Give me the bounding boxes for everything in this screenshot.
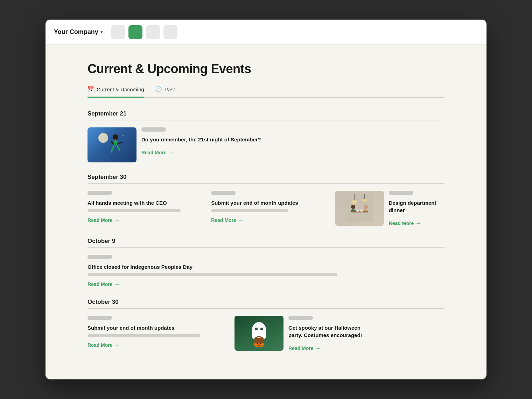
event-tag-oct30-e1: [88, 316, 112, 320]
arrow-icon-sep21: →: [168, 149, 174, 156]
company-name-label: Your Company: [54, 28, 98, 36]
nav-icon-btn-4[interactable]: [163, 25, 177, 39]
event-oct30-e2: Get spooky at our Halloween party. Costu…: [234, 316, 368, 351]
svg-rect-20: [254, 338, 264, 343]
date-heading-sep30: September 30: [88, 174, 444, 181]
svg-point-10: [351, 205, 355, 209]
event-image-sep21: ✦ ·: [88, 127, 136, 162]
event-content-oct9: Office closed for Indegenous Peoples Day…: [88, 255, 444, 287]
nav-icon-btn-3[interactable]: [146, 25, 160, 39]
dancer-illustration: ✦ ·: [98, 131, 126, 159]
event-tag-sep30-e1: [88, 191, 112, 195]
event-tag-sep30-e3: [389, 191, 413, 195]
event-content-oct30-e2: Get spooky at our Halloween party. Costu…: [288, 316, 368, 351]
event-tag-oct30-e2: [288, 316, 313, 320]
event-title-sep30-e1: All hands meeting with the CEO: [88, 199, 197, 206]
tab-past-label: Past: [164, 86, 175, 92]
svg-point-8: [362, 199, 367, 202]
date-heading-oct9: October 9: [88, 238, 444, 245]
svg-rect-4: [345, 194, 373, 222]
date-divider-sep21: [88, 120, 444, 120]
events-tabs: 📅 Current & Upcoming 🕐 Past: [88, 86, 444, 98]
event-content-sep30-e2: Submit your end of month updates Read Mo…: [211, 191, 321, 226]
event-content-sep21: Do you remember, the 21st night of Septe…: [141, 127, 444, 156]
company-selector[interactable]: Your Company ▾: [54, 28, 103, 36]
read-more-sep30-e3[interactable]: Read More →: [389, 220, 421, 226]
event-title-oct9: Office closed for Indegenous Peoples Day: [88, 263, 444, 271]
main-content: Current & Upcoming Events 📅 Current & Up…: [46, 45, 486, 379]
event-meta-sep30-e2: [211, 209, 288, 212]
event-image-halloween: [234, 316, 284, 351]
event-content-oct30-e1: Submit your end of month updates Read Mo…: [88, 316, 220, 351]
event-content-sep30-e3: Design department dinner Read More →: [389, 191, 444, 226]
chevron-down-icon: ▾: [100, 30, 103, 35]
event-sep30-e1: All hands meeting with the CEO Read More…: [88, 191, 197, 226]
event-title-sep30-e3: Design department dinner: [389, 199, 444, 214]
nav-icon-btn-1[interactable]: [111, 25, 125, 39]
read-more-oct30-e2[interactable]: Read More →: [288, 345, 321, 351]
events-row-oct30: Submit your end of month updates Read Mo…: [88, 316, 444, 351]
svg-point-11: [364, 205, 368, 209]
svg-point-6: [351, 200, 357, 204]
svg-point-12: [356, 209, 359, 212]
clock-icon: 🕐: [155, 86, 162, 92]
arrow-icon-sep30-e3: →: [415, 220, 421, 226]
date-divider-oct9: [88, 247, 444, 248]
event-tag-sep21: [141, 127, 166, 132]
event-tag-oct9: [88, 255, 112, 259]
svg-text:·: ·: [108, 133, 109, 135]
section-sep21: September 21 ✦: [88, 110, 444, 162]
event-sep30-e3: Design department dinner Read More →: [335, 191, 444, 226]
svg-rect-9: [351, 211, 368, 212]
svg-point-13: [360, 209, 363, 212]
event-oct9-e1: Office closed for Indegenous Peoples Day…: [88, 255, 444, 287]
nav-icon-btn-2[interactable]: [128, 25, 142, 39]
calendar-icon: 📅: [88, 86, 94, 92]
date-heading-sep21: September 21: [88, 110, 444, 117]
event-tag-sep30-e2: [211, 191, 236, 195]
section-sep30: September 30 All hands meeting with the …: [88, 174, 444, 226]
event-meta-oct30-e1: [88, 334, 201, 337]
svg-point-16: [255, 328, 258, 330]
halloween-illustration: [247, 319, 271, 347]
header: Your Company ▾: [46, 20, 486, 45]
app-window: Your Company ▾ Current & Upcoming Events…: [46, 20, 486, 379]
tab-current-label: Current & Upcoming: [97, 86, 144, 92]
arrow-icon-oct30-e2: →: [315, 345, 321, 351]
read-more-sep30-e2[interactable]: Read More →: [211, 217, 244, 223]
events-row-sep30: All hands meeting with the CEO Read More…: [88, 191, 444, 226]
read-more-sep30-e1[interactable]: Read More →: [88, 217, 120, 223]
page-title: Current & Upcoming Events: [88, 62, 444, 76]
tab-past[interactable]: 🕐 Past: [155, 86, 175, 98]
date-heading-oct30: October 30: [88, 299, 444, 306]
arrow-icon-oct9: →: [114, 281, 120, 287]
arrow-icon-sep30-e1: →: [114, 217, 120, 223]
event-meta-sep30-e1: [88, 209, 181, 212]
section-oct30: October 30 Submit your end of month upda…: [88, 299, 444, 351]
event-meta-oct9: [88, 273, 337, 276]
svg-text:✦: ✦: [122, 134, 124, 137]
dinner-illustration: [345, 194, 373, 222]
svg-point-1: [113, 134, 118, 140]
tab-current-upcoming[interactable]: 📅 Current & Upcoming: [88, 86, 144, 98]
event-title-oct30-e1: Submit your end of month updates: [88, 324, 220, 331]
event-image-dinner: [335, 191, 384, 226]
event-sep21-e1: ✦ · Do you remember, the 21st night of S…: [88, 127, 444, 162]
date-divider-oct30: [88, 308, 444, 309]
read-more-oct9[interactable]: Read More →: [88, 281, 120, 287]
svg-point-17: [260, 328, 263, 330]
event-content-sep30-e1: All hands meeting with the CEO Read More…: [88, 191, 197, 226]
read-more-oct30-e1[interactable]: Read More →: [88, 342, 120, 348]
event-title-sep30-e2: Submit your end of month updates: [211, 199, 321, 206]
read-more-sep21[interactable]: Read More →: [141, 149, 174, 156]
section-oct9: October 9 Office closed for Indegenous P…: [88, 238, 444, 287]
arrow-icon-oct30-e1: →: [114, 342, 120, 348]
event-title-sep21: Do you remember, the 21st night of Septe…: [141, 136, 444, 143]
nav-icons-group: [111, 25, 177, 39]
event-title-oct30-e2: Get spooky at our Halloween party. Costu…: [288, 324, 368, 339]
date-divider-sep30: [88, 183, 444, 184]
event-sep30-e2: Submit your end of month updates Read Mo…: [211, 191, 321, 226]
arrow-icon-sep30-e2: →: [238, 217, 244, 223]
svg-point-0: [98, 133, 108, 143]
event-oct30-e1: Submit your end of month updates Read Mo…: [88, 316, 220, 351]
